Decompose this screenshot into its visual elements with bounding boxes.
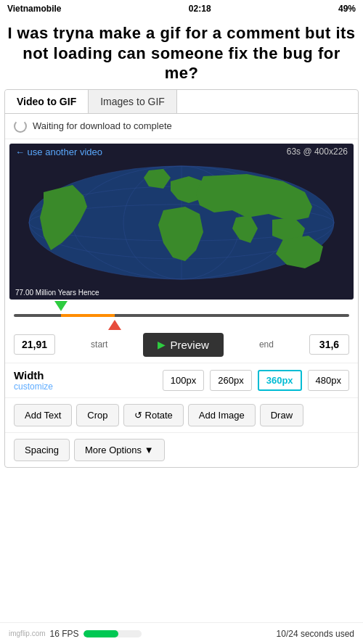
end-label: end: [259, 339, 274, 350]
tools-row: Add Text Crop ↺ Rotate Add Image Draw: [5, 398, 358, 433]
app-container: Video to GIF Images to GIF Waiting for d…: [4, 89, 359, 468]
carrier-signal: Vietnamobile: [7, 4, 61, 14]
end-time-box[interactable]: 31,6: [309, 334, 349, 355]
video-caption: 77.00 Million Years Hence: [15, 289, 99, 297]
battery-indicator: 49%: [338, 4, 356, 14]
video-info: 63s @ 400x226: [287, 146, 348, 157]
width-100px[interactable]: 100px: [163, 370, 204, 391]
tab-video-to-gif[interactable]: Video to GIF: [5, 90, 89, 113]
bottom-bar: imgflip.com 16 FPS 10/24 seconds used: [0, 622, 363, 644]
width-options: 100px 260px 360px 480px: [60, 370, 349, 391]
spacing-button[interactable]: Spacing: [14, 439, 70, 461]
start-label: start: [91, 339, 107, 350]
draw-button[interactable]: Draw: [260, 404, 303, 426]
width-260px[interactable]: 260px: [210, 370, 251, 391]
seconds-used: 10/24 seconds used: [277, 629, 354, 639]
preview-button-label: Preview: [170, 339, 208, 351]
preview-button[interactable]: ▶ Preview: [143, 333, 223, 357]
meme-header-text: I was tryna make a gif for a comment but…: [0, 17, 363, 89]
width-label-group: Width customize: [14, 369, 53, 392]
crop-button[interactable]: Crop: [76, 404, 118, 426]
loading-spinner-icon: [14, 120, 27, 133]
green-arrow-marker: [54, 301, 68, 311]
add-image-button[interactable]: Add Image: [188, 404, 256, 426]
options-row: Spacing More Options ▼: [5, 433, 358, 467]
tab-images-to-gif[interactable]: Images to GIF: [89, 90, 177, 113]
more-options-button[interactable]: More Options ▼: [74, 439, 165, 461]
rotate-icon: ↺: [134, 410, 142, 421]
width-360px[interactable]: 360px: [258, 370, 302, 391]
tabs-row: Video to GIF Images to GIF: [5, 90, 358, 114]
rotate-button[interactable]: ↺ Rotate: [123, 404, 184, 426]
slider-area[interactable]: [5, 304, 358, 327]
width-480px[interactable]: 480px: [308, 370, 349, 391]
play-icon: ▶: [158, 339, 166, 350]
status-bar: Vietnamobile 02:18 49%: [0, 0, 363, 17]
width-label: Width: [14, 369, 53, 381]
fps-info: imgflip.com 16 FPS: [9, 629, 142, 639]
slider-track[interactable]: [14, 314, 349, 317]
preview-row: 21,91 start ▶ Preview end 31,6: [5, 327, 358, 363]
width-row: Width customize 100px 260px 360px 480px: [5, 363, 358, 398]
use-another-video-link[interactable]: ← use another video: [15, 146, 102, 157]
width-customize-link[interactable]: customize: [14, 381, 53, 392]
fps-label: 16 FPS: [50, 629, 79, 639]
loading-row: Waiting for download to complete: [5, 114, 358, 139]
imgflip-logo: imgflip.com: [9, 629, 46, 637]
rotate-label: Rotate: [145, 410, 173, 421]
video-preview-area: ← use another video 63s @ 400x226: [9, 144, 354, 300]
fps-fill: [83, 630, 118, 637]
time-display: 02:18: [189, 4, 211, 14]
globe-image: [9, 161, 354, 285]
fps-bar: [83, 630, 142, 637]
start-time-box[interactable]: 21,91: [14, 334, 55, 355]
add-text-button[interactable]: Add Text: [14, 404, 72, 426]
slider-fill: [61, 314, 115, 317]
video-top-bar: ← use another video 63s @ 400x226: [9, 144, 354, 160]
loading-text: Waiting for download to complete: [33, 120, 172, 131]
red-arrow-marker: [108, 320, 121, 330]
